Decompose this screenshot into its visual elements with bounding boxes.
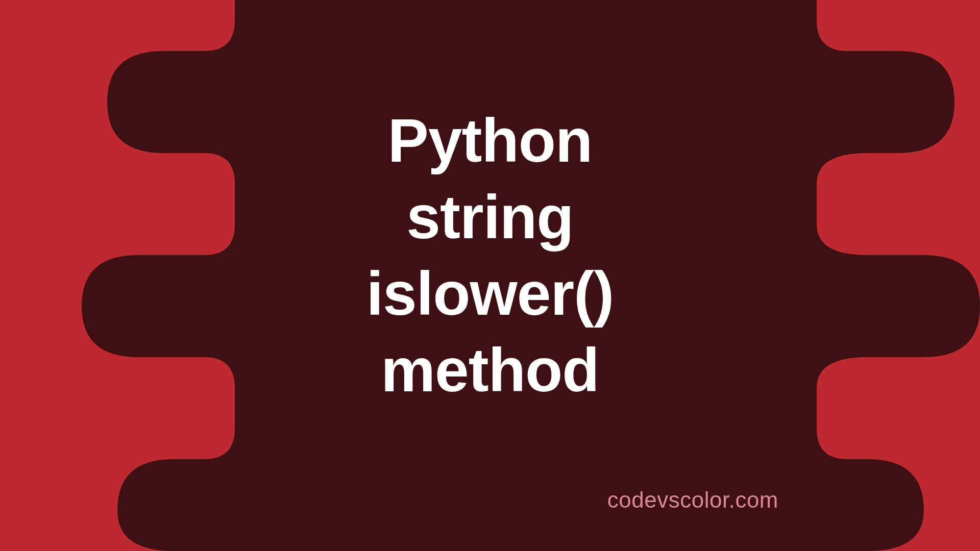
title-line-4: method (381, 336, 599, 404)
banner-title: Python string islower() method (260, 102, 720, 408)
title-line-1: Python (388, 106, 593, 174)
title-line-3: islower() (366, 259, 614, 328)
title-line-2: string (406, 183, 573, 251)
watermark-text: codevscolor.com (607, 487, 778, 513)
